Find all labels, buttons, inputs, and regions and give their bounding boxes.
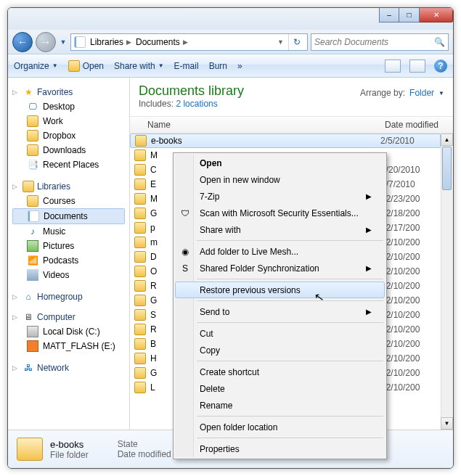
column-name[interactable]: Name [130, 117, 380, 133]
context-menu[interactable]: OpenOpen in new window7-Zip▶🛡Scan with M… [173, 152, 387, 459]
address-row: ← → ▼ Libraries ▶ Documents ▶ ▼ ↻ Search… [8, 30, 453, 54]
share-with-button[interactable]: Share with▼ [114, 61, 164, 71]
nav-item-downloads[interactable]: Downloads [12, 143, 129, 157]
email-button[interactable]: E-mail [174, 61, 199, 71]
folder-icon [134, 222, 146, 234]
folder-open-icon [68, 60, 80, 72]
nav-item-podcasts[interactable]: 📶Podcasts [12, 253, 129, 268]
context-item-label: Restore previous versions [200, 285, 301, 295]
forward-button[interactable]: → [36, 32, 56, 52]
context-item-rename[interactable]: Rename [175, 397, 385, 414]
scrollbar[interactable]: ▲ ▼ [441, 134, 453, 430]
folder-icon [134, 324, 146, 335]
context-item-cut[interactable]: Cut [175, 325, 385, 342]
context-separator [197, 438, 383, 438]
nav-item-pictures[interactable]: Pictures [12, 239, 129, 253]
nav-item-videos[interactable]: Videos [12, 268, 129, 282]
nav-group-favorites[interactable]: ▷ ★ Favorites [12, 86, 129, 98]
help-button[interactable]: ? [434, 60, 447, 73]
nav-item-documents[interactable]: Documents [12, 208, 125, 224]
breadcrumb-root[interactable]: Libraries ▶ [90, 37, 131, 47]
nav-item-recent-places[interactable]: 📑Recent Places [12, 157, 129, 172]
navigation-pane[interactable]: ▷ ★ Favorites 🖵DesktopWorkDropboxDownloa… [8, 78, 130, 430]
nav-item-courses[interactable]: Courses [12, 194, 129, 208]
arrange-by[interactable]: Arrange by: Folder ▼ [360, 83, 444, 98]
chevron-down-icon: ▼ [438, 90, 444, 97]
folder-icon [27, 144, 38, 156]
context-item-create-shortcut[interactable]: Create shortcut [175, 364, 385, 380]
view-options-button[interactable] [385, 60, 401, 73]
collapse-icon[interactable]: ▷ [12, 293, 20, 300]
file-date: 1/20/2010 [381, 165, 441, 175]
context-item-copy[interactable]: Copy [175, 342, 385, 358]
context-item-7-zip[interactable]: 7-Zip▶ [175, 188, 385, 205]
context-item-restore-previous-versions[interactable]: Restore previous versions [175, 282, 385, 298]
context-item-share-with[interactable]: Share with▶ [175, 221, 385, 238]
file-date: 2/5/2010 [380, 136, 440, 146]
address-dropdown-icon[interactable]: ▼ [277, 38, 284, 46]
context-item-open-in-new-window[interactable]: Open in new window [175, 171, 385, 188]
search-input[interactable]: Search Documents 🔍 [311, 33, 449, 51]
context-item-open[interactable]: Open [175, 155, 385, 171]
preview-pane-button[interactable] [409, 60, 425, 73]
submenu-arrow-icon: ▶ [366, 226, 372, 234]
nav-group-libraries[interactable]: ▷ Libraries [12, 181, 129, 192]
context-item-properties[interactable]: Properties [175, 440, 385, 457]
locations-link[interactable]: 2 locations [176, 99, 217, 109]
chevron-right-icon[interactable]: ▶ [126, 38, 131, 46]
context-item-label: Create shortcut [200, 367, 259, 377]
column-date[interactable]: Date modified [380, 117, 453, 133]
collapse-icon[interactable]: ▷ [12, 313, 20, 321]
nav-item-matt-flash-e-[interactable]: MATT_FLASH (E:) [12, 339, 129, 353]
context-item-scan-with-microsoft-security-essentials-[interactable]: 🛡Scan with Microsoft Security Essentials… [175, 205, 385, 221]
context-item-label: Properties [200, 444, 240, 454]
nav-history-dropdown[interactable]: ▼ [59, 38, 68, 46]
nav-item-work[interactable]: Work [12, 114, 129, 128]
scroll-up-button[interactable]: ▲ [441, 134, 453, 146]
file-date: 12/10/200 [381, 310, 441, 320]
nav-item-dropbox[interactable]: Dropbox [12, 128, 129, 143]
context-item-open-folder-location[interactable]: Open folder location [175, 419, 385, 435]
context-separator [197, 416, 383, 416]
refresh-button[interactable]: ↻ [288, 34, 304, 50]
scroll-down-button[interactable]: ▼ [441, 417, 453, 430]
back-button[interactable]: ← [12, 32, 33, 52]
folder-icon [135, 135, 147, 147]
context-item-send-to[interactable]: Send to▶ [175, 303, 385, 320]
collapse-icon[interactable]: ▷ [12, 89, 20, 96]
folder-icon [134, 353, 146, 364]
search-icon: 🔍 [434, 37, 445, 47]
minimize-button[interactable]: – [379, 8, 399, 22]
burn-button[interactable]: Burn [209, 61, 227, 71]
nav-item-local-disk-c-[interactable]: Local Disk (C:) [12, 324, 129, 339]
folder-icon [27, 115, 38, 127]
context-item-label: Delete [200, 384, 225, 394]
collapse-icon[interactable]: ▷ [12, 364, 20, 372]
details-name: e-books [50, 439, 89, 450]
context-item-delete[interactable]: Delete [175, 380, 385, 397]
file-date: 12/10/200 [381, 368, 441, 378]
scroll-thumb[interactable] [442, 147, 452, 190]
nav-item-desktop[interactable]: 🖵Desktop [12, 99, 129, 114]
file-date: 12/10/200 [381, 266, 441, 276]
organize-button[interactable]: Organize▼ [14, 61, 58, 71]
context-item-add-folder-to-live-mesh-[interactable]: ◉Add folder to Live Mesh... [175, 243, 385, 260]
file-date: 12/10/200 [381, 295, 441, 305]
nav-group-computer[interactable]: ▷ 🖥 Computer [12, 311, 129, 323]
collapse-icon[interactable]: ▷ [12, 183, 20, 190]
address-bar[interactable]: Libraries ▶ Documents ▶ ▼ ↻ [70, 33, 308, 51]
file-row[interactable]: e-books2/5/2010 [130, 134, 441, 148]
open-button[interactable]: Open [68, 60, 104, 72]
file-date: 12/10/200 [381, 252, 441, 262]
nav-group-network[interactable]: ▷ 🖧 Network [12, 362, 129, 374]
title-bar: – □ ✕ [8, 8, 453, 30]
nav-group-homegroup[interactable]: ▷ ⌂ Homegroup [12, 291, 129, 303]
context-item-shared-folder-synchronization[interactable]: SShared Folder Synchronization▶ [175, 260, 385, 276]
maximize-button[interactable]: □ [399, 8, 420, 22]
breadcrumb-documents[interactable]: Documents ▶ [136, 37, 188, 47]
chevron-right-icon[interactable]: ▶ [183, 38, 188, 46]
details-type: File folder [50, 450, 89, 460]
close-button[interactable]: ✕ [420, 8, 453, 22]
more-button[interactable]: » [237, 61, 242, 71]
nav-item-music[interactable]: ♪Music [12, 224, 129, 239]
